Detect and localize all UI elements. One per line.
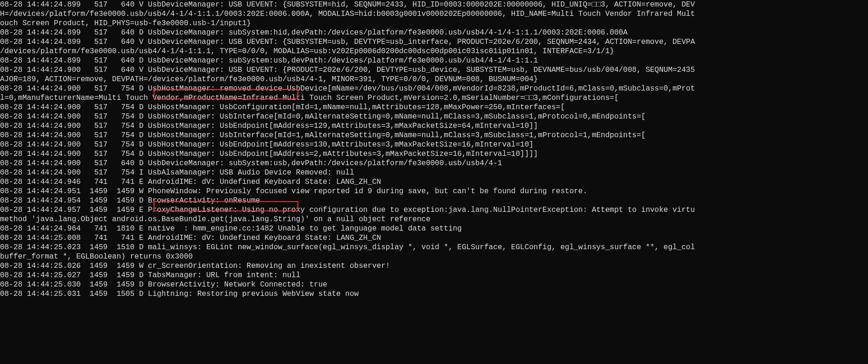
log-line: 08-28 14:44:24.899 517 640 D UsbDeviceMa…	[0, 56, 868, 65]
log-line: l=0,mManufacturerName=Multi Touch Vendor…	[0, 93, 868, 103]
log-line: 08-28 14:44:24.951 1459 1459 W PhoneWind…	[0, 187, 868, 196]
log-output: 08-28 14:44:24.899 517 640 V UsbDeviceMa…	[0, 0, 868, 299]
log-line: H=/devices/platform/fe3e0000.usb/usb4/4-…	[0, 9, 868, 19]
log-line: 08-28 14:44:24.900 517 754 D UsbHostMana…	[0, 149, 868, 159]
log-line: 08-28 14:44:24.899 517 640 V UsbDeviceMa…	[0, 37, 868, 47]
log-line: 08-28 14:44:25.031 1459 1505 D Lightning…	[0, 289, 868, 299]
log-line: 08-28 14:44:24.964 741 1810 E native : h…	[0, 224, 868, 233]
log-line: 08-28 14:44:24.957 1459 1459 E ProxyChan…	[0, 205, 868, 215]
log-line: 08-28 14:44:24.946 741 741 E AndroidIME:…	[0, 177, 868, 187]
log-line: 08-28 14:44:24.900 517 754 D UsbHostMana…	[0, 131, 868, 140]
log-line: 08-28 14:44:24.900 517 640 D UsbDeviceMa…	[0, 159, 868, 168]
log-line: 08-28 14:44:24.900 517 754 D UsbHostMana…	[0, 112, 868, 121]
log-line: 08-28 14:44:24.900 517 754 I UsbAlsaMana…	[0, 168, 868, 177]
log-line: 08-28 14:44:24.954 1459 1459 D BrowserAc…	[0, 196, 868, 205]
log-line: 08-28 14:44:25.023 1459 1510 D mali_wins…	[0, 243, 868, 252]
log-line: buffer_format *, EGLBoolean) returns 0x3…	[0, 252, 868, 261]
log-line: 08-28 14:44:24.900 517 754 D UsbHostMana…	[0, 140, 868, 149]
log-line: 08-28 14:44:24.900 517 640 V UsbDeviceMa…	[0, 65, 868, 75]
log-line: 08-28 14:44:24.900 517 754 D UsbHostMana…	[0, 103, 868, 112]
log-line: 08-28 14:44:24.899 517 640 D UsbDeviceMa…	[0, 28, 868, 37]
log-line: /devices/platform/fe3e0000.usb/usb4/4-1/…	[0, 47, 868, 56]
log-line: ouch Screen Product, HID_PHYS=usb-fe3e00…	[0, 19, 868, 28]
log-line: 08-28 14:44:24.900 517 754 D UsbHostMana…	[0, 84, 868, 93]
log-line: 08-28 14:44:25.026 1459 1459 W cr_Screen…	[0, 261, 868, 271]
log-line: 08-28 14:44:25.030 1459 1459 D BrowserAc…	[0, 280, 868, 289]
log-line: 08-28 14:44:24.900 517 754 D UsbHostMana…	[0, 121, 868, 131]
log-line: method 'java.lang.Object android.os.Base…	[0, 215, 868, 224]
log-line: 08-28 14:44:24.899 517 640 V UsbDeviceMa…	[0, 0, 868, 9]
log-line: 08-28 14:44:25.027 1459 1459 D TabsManag…	[0, 271, 868, 280]
log-line: AJOR=189, ACTION=remove, DEVPATH=/device…	[0, 75, 868, 84]
log-line: 08-28 14:44:25.008 741 741 E AndroidIME:…	[0, 233, 868, 243]
